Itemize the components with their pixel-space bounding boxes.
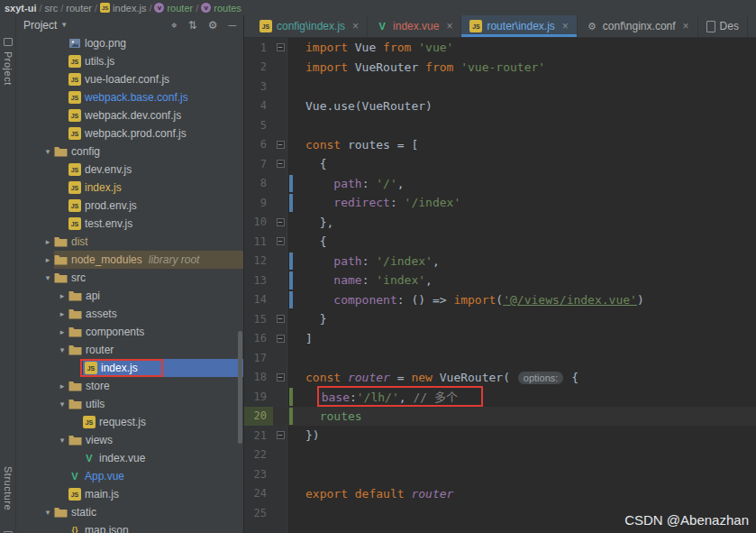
- folder-icon: [54, 236, 68, 247]
- close-icon[interactable]: ×: [562, 20, 569, 32]
- tree-item[interactable]: JSprod.env.js: [16, 197, 243, 215]
- tree-item[interactable]: JSindex.js: [16, 359, 243, 377]
- locate-icon[interactable]: ⌖: [171, 19, 178, 32]
- chevron-expanded-icon[interactable]: ▾: [56, 400, 68, 409]
- project-panel-title[interactable]: Project: [23, 19, 57, 32]
- tree-item[interactable]: ▸store: [16, 377, 243, 395]
- fold-icon[interactable]: −: [277, 373, 285, 381]
- fold-icon[interactable]: −: [277, 141, 285, 149]
- collapse-icon[interactable]: ⇅: [188, 19, 197, 32]
- project-toolwindow-icon[interactable]: [4, 38, 13, 46]
- tree-item[interactable]: ▸components: [16, 323, 243, 341]
- code-token: [305, 273, 333, 287]
- settings-icon[interactable]: ⚙: [208, 19, 218, 32]
- tree-item[interactable]: JSvue-loader.conf.js: [16, 70, 243, 88]
- tree-item[interactable]: JSwebpack.base.conf.js: [16, 88, 243, 106]
- breadcrumb-item[interactable]: sxyt-ui: [5, 3, 36, 14]
- breadcrumb-label: src: [45, 3, 59, 14]
- breadcrumb-item[interactable]: JSindex.js: [100, 3, 146, 14]
- fold-icon[interactable]: −: [277, 160, 285, 168]
- chevron-collapsed-icon[interactable]: ▸: [56, 327, 68, 336]
- tree-item[interactable]: logo.png: [16, 34, 243, 52]
- tree-item[interactable]: ▸assets: [16, 305, 243, 323]
- chevron-expanded-icon[interactable]: ▾: [56, 436, 68, 445]
- fold-column: −: [273, 309, 287, 329]
- breadcrumb-item[interactable]: vrouter: [154, 3, 193, 14]
- tree-item[interactable]: ▾router: [16, 341, 243, 359]
- fold-icon[interactable]: −: [277, 315, 285, 323]
- tree-item[interactable]: VApp.vue: [16, 467, 243, 485]
- folder-icon: [68, 399, 82, 409]
- chevron-expanded-icon[interactable]: ▾: [41, 147, 54, 156]
- fold-icon[interactable]: −: [277, 218, 285, 226]
- chevron-expanded-icon[interactable]: ▾: [41, 273, 54, 282]
- project-stripe-button[interactable]: Project: [3, 51, 14, 86]
- code-token: Vue.use(VueRouter): [305, 99, 433, 113]
- fold-icon[interactable]: −: [277, 431, 285, 439]
- tree-item[interactable]: ▸dist: [16, 233, 243, 251]
- structure-stripe-button[interactable]: Structure: [3, 466, 14, 510]
- tree-item[interactable]: JSindex.js: [16, 179, 243, 197]
- editor-area: JSconfig\index.js×Vindex.vue×JSrouter\in…: [243, 15, 756, 533]
- chevron-collapsed-icon[interactable]: ▸: [41, 237, 54, 246]
- tree-item[interactable]: ▾utils: [16, 395, 243, 413]
- tree-item[interactable]: JSdev.env.js: [16, 161, 243, 179]
- breadcrumb-item[interactable]: router: [66, 3, 92, 14]
- hide-icon[interactable]: ─: [228, 19, 236, 32]
- tab-label: Des: [720, 20, 739, 32]
- editor-tab[interactable]: ⚙conf\nginx.conf×: [578, 15, 698, 37]
- tree-item[interactable]: {}map.json: [16, 521, 243, 533]
- breadcrumb-item[interactable]: src: [45, 3, 59, 14]
- fold-icon[interactable]: −: [277, 237, 285, 245]
- close-icon[interactable]: ×: [352, 20, 359, 32]
- chevron-collapsed-icon[interactable]: ▸: [56, 309, 68, 318]
- fold-icon[interactable]: −: [277, 43, 285, 51]
- close-icon[interactable]: ×: [683, 20, 689, 32]
- tree-item-label: dist: [71, 235, 88, 248]
- close-icon[interactable]: ×: [446, 20, 452, 32]
- tree-item[interactable]: ▸node_moduleslibrary root: [16, 251, 243, 269]
- code-line: 3: [244, 77, 756, 96]
- tree-item[interactable]: JSmain.js: [16, 485, 243, 503]
- change-marker-column: [287, 309, 296, 329]
- editor-tab[interactable]: Des: [698, 15, 748, 37]
- js-icon: JS: [68, 199, 81, 212]
- breadcrumb-separator: /: [149, 3, 151, 14]
- tree-item[interactable]: ▾views: [16, 431, 243, 449]
- chevron-expanded-icon[interactable]: ▾: [56, 345, 68, 354]
- tree-item[interactable]: JSwebpack.prod.conf.js: [16, 124, 243, 142]
- fold-icon[interactable]: −: [277, 335, 285, 343]
- chevron-collapsed-icon[interactable]: ▸: [56, 381, 68, 391]
- change-marker-column: [287, 464, 296, 484]
- chevron-expanded-icon[interactable]: ▾: [41, 508, 54, 517]
- code-token: from: [425, 60, 453, 74]
- blue-change-marker: [287, 193, 296, 213]
- tree-item[interactable]: Vindex.vue: [16, 449, 243, 467]
- tree-item[interactable]: JSrequest.js: [16, 413, 243, 431]
- editor-tab[interactable]: Vindex.vue×: [368, 15, 461, 37]
- tree-item-content: {}map.json: [68, 521, 243, 533]
- tree-item[interactable]: JStest.env.js: [16, 215, 243, 233]
- tree-item[interactable]: ▾static: [16, 503, 243, 521]
- chevron-collapsed-icon[interactable]: ▸: [56, 291, 68, 300]
- breadcrumb-item[interactable]: vroutes: [201, 3, 241, 14]
- js-icon: JS: [68, 488, 81, 501]
- code-line: 7− {: [244, 154, 756, 174]
- editor-tab[interactable]: JSrouter\index.js×: [461, 15, 577, 37]
- tree-item-label: dev.env.js: [85, 163, 132, 176]
- tree-item[interactable]: ▾config: [16, 142, 243, 161]
- code-area[interactable]: 1−import Vue from 'vue'2import VueRouter…: [244, 38, 756, 533]
- code-text: const routes = [: [296, 138, 418, 152]
- tree-scrollbar[interactable]: [238, 331, 242, 444]
- tree-item[interactable]: JSwebpack.dev.conf.js: [16, 106, 243, 124]
- code-token: },: [305, 216, 333, 229]
- editor-tab[interactable]: JSconfig\index.js×: [251, 15, 368, 37]
- tree-item[interactable]: JSutils.js: [16, 52, 243, 70]
- tree-item[interactable]: ▾src: [16, 269, 243, 287]
- tab-label: config\index.js: [277, 20, 345, 32]
- tree-item-content: JStest.env.js: [68, 215, 243, 233]
- chevron-collapsed-icon[interactable]: ▸: [41, 255, 54, 264]
- tree-item[interactable]: ▸api: [16, 287, 243, 305]
- tree-item-content: JSvue-loader.conf.js: [68, 70, 243, 88]
- change-marker-column: [287, 58, 296, 78]
